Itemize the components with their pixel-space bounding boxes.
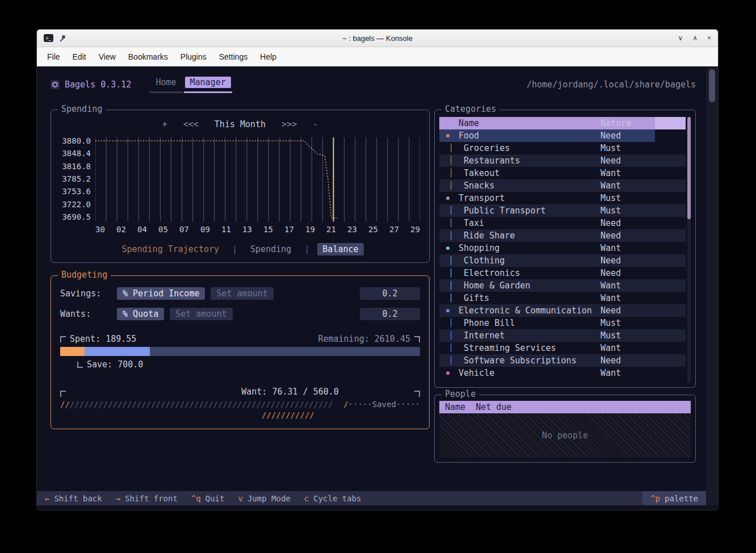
category-name: Vehicle [459, 367, 600, 379]
app-tabs: HomeManager [149, 76, 232, 93]
category-row-main: │SnacksWant [439, 179, 655, 192]
tab-home[interactable]: Home [149, 76, 182, 93]
category-row[interactable]: │Software SubscriptionsNeed [439, 354, 686, 367]
menu-item-plugins[interactable]: Plugins [175, 50, 212, 64]
categories-header[interactable]: Name Nature [439, 117, 686, 129]
wants-value-field[interactable]: 0.2 [360, 308, 420, 320]
category-row[interactable]: ●VehicleWant [439, 367, 686, 379]
x-axis-label: 17 [284, 225, 294, 234]
next-period-button[interactable]: >>> [282, 119, 297, 129]
category-row-tail [655, 204, 686, 217]
savings--period-income[interactable]: % Period Income [117, 287, 205, 300]
window-title: ~ : bagels — Konsole [117, 34, 637, 43]
hint-jump-mode[interactable]: vJump Mode [238, 494, 290, 503]
category-nature: Want [600, 179, 655, 192]
hint-shift-front[interactable]: →Shift front [116, 494, 178, 503]
status-hints: ←Shift back→Shift front^qQuitvJump Modec… [45, 494, 362, 503]
menu-item-edit[interactable]: Edit [67, 50, 92, 64]
category-row[interactable]: │ClothingNeed [439, 254, 686, 267]
view-balance[interactable]: Balance [317, 243, 363, 255]
minimize-icon[interactable]: ∨ [678, 34, 683, 42]
category-row[interactable]: ●TransportMust [439, 192, 686, 204]
category-row[interactable]: │RestaurantsNeed [439, 154, 686, 167]
tree-line-icon: │ [439, 154, 459, 167]
hint-cycle-tabs[interactable]: cCycle tabs [304, 494, 362, 503]
category-name: Shopping [459, 242, 600, 254]
category-row[interactable]: ●FoodNeed [439, 129, 686, 142]
category-nature: Want [600, 342, 655, 354]
hint-key: → [116, 494, 120, 503]
category-nature: Need [600, 267, 655, 279]
category-row[interactable]: │Streaming ServicesWant [439, 342, 686, 354]
window-titlebar[interactable]: >_ ~ : bagels — Konsole ∨ ∧ × [37, 30, 718, 47]
tree-line-icon: │ [439, 229, 459, 242]
close-icon[interactable]: × [707, 34, 711, 42]
category-nature: Need [600, 354, 655, 367]
categories-scroll-thumb[interactable] [687, 117, 691, 219]
header-nature[interactable]: Nature [600, 117, 655, 129]
wants--quota[interactable]: % Quota [117, 308, 164, 320]
category-row[interactable]: │Phone BillMust [439, 317, 686, 329]
terminal-scrollbar[interactable] [706, 66, 718, 505]
savings-set-amount[interactable]: Set amount [211, 287, 273, 300]
hint-key: ← [45, 494, 49, 503]
menu-item-settings[interactable]: Settings [213, 50, 254, 64]
category-name: Groceries [459, 142, 600, 154]
view-spending-trajectory[interactable]: Spending Trajectory [116, 243, 224, 255]
category-row[interactable]: │TaxiNeed [439, 217, 686, 229]
category-row[interactable]: │ElectronicsNeed [439, 267, 686, 279]
x-axis-label: 05 [158, 225, 168, 234]
zoom-in-button[interactable]: + [162, 119, 167, 129]
chart-view-tabs: Spending Trajectory|Spending|Balance [60, 243, 420, 255]
category-row[interactable]: │InternetMust [439, 329, 686, 342]
menu-item-view[interactable]: View [93, 50, 121, 64]
tab-manager[interactable]: Manager [184, 76, 232, 93]
categories-scrollbar[interactable] [687, 117, 691, 383]
category-row[interactable]: │Ride ShareNeed [439, 229, 686, 242]
y-axis-label: 3880.0 [60, 136, 91, 145]
tree-line-icon: │ [439, 142, 459, 154]
hint-shift-back[interactable]: ←Shift back [45, 494, 102, 503]
category-nature: Want [600, 167, 655, 179]
tree-line-icon: │ [439, 254, 459, 267]
category-row[interactable]: │Home & GardenWant [439, 279, 686, 292]
people-header[interactable]: Name Net due [439, 401, 691, 413]
header-name[interactable]: Name [459, 117, 600, 129]
category-row-main: │Ride ShareNeed [439, 229, 655, 242]
category-row-main: ●Electronic & CommunicationNeed [439, 304, 655, 317]
category-name: Takeout [459, 167, 600, 179]
category-row[interactable]: │TakeoutWant [439, 167, 686, 179]
prev-period-button[interactable]: <<< [183, 119, 199, 129]
category-row[interactable]: │GiftsWant [439, 292, 686, 304]
terminal-app-icon: >_ [44, 34, 53, 42]
category-row-tail [655, 292, 686, 304]
category-row[interactable]: │SnacksWant [439, 179, 686, 192]
category-row-main: │Software SubscriptionsNeed [439, 354, 655, 367]
palette-shortcut[interactable]: ^p palette [642, 491, 706, 505]
maximize-icon[interactable]: ∧ [692, 34, 698, 42]
category-row[interactable]: │Public TransportMust [439, 204, 686, 217]
savings-value-field[interactable]: 0.2 [360, 287, 420, 300]
hint-quit[interactable]: ^qQuit [191, 494, 225, 503]
remaining-label: Remaining: 2610.45 [318, 334, 420, 344]
category-dot-icon: ● [439, 304, 459, 317]
x-axis-label: 25 [368, 225, 378, 234]
view-spending[interactable]: Spending [245, 243, 296, 255]
category-nature: Want [600, 242, 655, 254]
zoom-out-button[interactable]: - [313, 119, 318, 129]
category-row[interactable]: ●Electronic & CommunicationNeed [439, 304, 686, 317]
category-row[interactable]: │GroceriesMust [439, 142, 686, 154]
pin-icon[interactable] [58, 34, 66, 42]
category-name: Restaurants [459, 154, 600, 167]
category-row[interactable]: ●ShoppingWant [439, 242, 686, 254]
menu-item-bookmarks[interactable]: Bookmarks [123, 50, 174, 64]
wants-set-amount[interactable]: Set amount [170, 308, 232, 320]
categories-rows: ●FoodNeed│GroceriesMust│RestaurantsNeed│… [439, 129, 686, 383]
x-axis-label: 11 [221, 225, 231, 234]
category-row-main: │GroceriesMust [439, 142, 655, 154]
category-name: Electronic & Communication [459, 304, 600, 317]
menu-item-help[interactable]: Help [254, 50, 282, 64]
terminal-scroll-thumb[interactable] [709, 69, 715, 102]
menu-item-file[interactable]: File [41, 50, 66, 64]
x-axis-label: 04 [137, 225, 147, 234]
